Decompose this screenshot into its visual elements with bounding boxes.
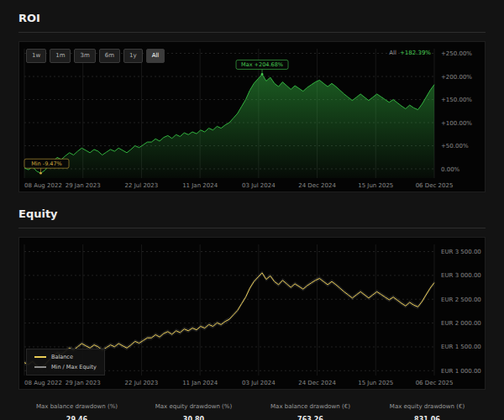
- legend-label-minmax-equity: Min / Max Equity: [51, 364, 97, 370]
- svg-text:06 Dec 2025: 06 Dec 2025: [416, 182, 454, 189]
- svg-text:29 Jan 2023: 29 Jan 2023: [66, 380, 101, 386]
- balance-line-swatch: [34, 356, 46, 358]
- roi-chart[interactable]: 08 Aug 202229 Jan 202322 Jul 202311 Jan …: [19, 42, 485, 192]
- stat-max-balance-drawdown-eur: Max balance drawdown (€) 763.26: [252, 403, 369, 420]
- svg-text:+100.00%: +100.00%: [441, 120, 472, 127]
- roi-section-title: ROI: [18, 8, 486, 33]
- svg-text:0.00%: 0.00%: [441, 166, 460, 173]
- stat-label: Max equity drawdown (€): [369, 403, 486, 410]
- range-button-1w[interactable]: 1w: [26, 49, 46, 63]
- stat-max-balance-drawdown-pct: Max balance drawdown (%) 29.46: [18, 403, 135, 420]
- svg-text:EUR 2 000.00: EUR 2 000.00: [441, 320, 481, 327]
- trading-dashboard: ROI 1w1m3m6m1yAll All+182.39% 08 Aug 202…: [0, 0, 504, 420]
- svg-text:+150.00%: +150.00%: [441, 97, 472, 103]
- svg-text:22 Jul 2023: 22 Jul 2023: [125, 380, 159, 386]
- svg-text:15 Jun 2025: 15 Jun 2025: [358, 182, 393, 189]
- stat-value: 30.80: [135, 416, 252, 420]
- stat-value: 831.06: [369, 416, 486, 420]
- svg-text:Min -9.47%: Min -9.47%: [31, 160, 62, 167]
- svg-text:22 Jul 2023: 22 Jul 2023: [125, 182, 159, 189]
- svg-text:+50.00%: +50.00%: [441, 143, 469, 150]
- range-toolbar: 1w1m3m6m1yAll: [26, 49, 165, 63]
- svg-text:03 Jul 2024: 03 Jul 2024: [242, 380, 276, 386]
- roi-section: ROI 1w1m3m6m1yAll All+182.39% 08 Aug 202…: [18, 8, 486, 192]
- svg-text:EUR 2 500.00: EUR 2 500.00: [441, 297, 481, 303]
- stat-label: Max equity drawdown (%): [135, 403, 252, 410]
- stat-label: Max balance drawdown (%): [18, 403, 135, 410]
- equity-chart-panel: 08 Aug 202229 Jan 202322 Jul 202311 Jan …: [18, 237, 486, 390]
- minmax-equity-swatch: [34, 366, 46, 368]
- range-button-6m[interactable]: 6m: [99, 49, 120, 63]
- svg-text:11 Jan 2024: 11 Jan 2024: [182, 380, 218, 386]
- svg-text:08 Aug 2022: 08 Aug 2022: [24, 380, 62, 386]
- range-button-all[interactable]: All: [146, 49, 165, 63]
- svg-text:03 Jul 2024: 03 Jul 2024: [242, 182, 276, 189]
- drawdown-stats-row: Max balance drawdown (%) 29.46 Max equit…: [18, 403, 486, 420]
- legend-label-balance: Balance: [51, 354, 73, 360]
- roi-summary-value: +182.39%: [400, 50, 431, 56]
- svg-text:24 Dec 2024: 24 Dec 2024: [298, 380, 336, 386]
- stat-value: 763.26: [252, 416, 369, 420]
- svg-text:06 Dec 2025: 06 Dec 2025: [416, 380, 454, 386]
- svg-text:Max +204.68%: Max +204.68%: [241, 61, 283, 68]
- svg-text:11 Jan 2024: 11 Jan 2024: [182, 182, 218, 189]
- equity-legend: Balance Min / Max Equity: [26, 349, 105, 375]
- svg-text:24 Dec 2024: 24 Dec 2024: [298, 182, 336, 189]
- equity-section: Equity 08 Aug 202229 Jan 202322 Jul 2023…: [18, 204, 486, 390]
- svg-text:+250.00%: +250.00%: [441, 50, 472, 57]
- svg-text:+200.00%: +200.00%: [441, 74, 472, 81]
- svg-text:29 Jan 2023: 29 Jan 2023: [66, 182, 101, 189]
- legend-item-minmax-equity: Min / Max Equity: [34, 364, 97, 370]
- svg-text:EUR 3 000.00: EUR 3 000.00: [441, 272, 481, 279]
- stat-label: Max balance drawdown (€): [252, 403, 369, 410]
- roi-summary: All+182.39%: [389, 50, 431, 56]
- stat-max-equity-drawdown-eur: Max equity drawdown (€) 831.06: [369, 403, 486, 420]
- range-button-1m[interactable]: 1m: [50, 49, 71, 63]
- equity-section-title: Equity: [18, 204, 486, 228]
- svg-text:EUR 1 000.00: EUR 1 000.00: [441, 368, 481, 375]
- svg-text:15 Jun 2025: 15 Jun 2025: [358, 380, 393, 386]
- roi-chart-panel: 1w1m3m6m1yAll All+182.39% 08 Aug 202229 …: [18, 41, 486, 192]
- stat-value: 29.46: [18, 416, 135, 420]
- stat-max-equity-drawdown-pct: Max equity drawdown (%) 30.80: [135, 403, 252, 420]
- range-button-1y[interactable]: 1y: [123, 49, 143, 63]
- svg-text:08 Aug 2022: 08 Aug 2022: [24, 182, 62, 189]
- svg-text:EUR 1 500.00: EUR 1 500.00: [441, 344, 481, 350]
- legend-item-balance: Balance: [34, 354, 97, 360]
- roi-summary-range-label: All: [389, 50, 396, 56]
- range-button-3m[interactable]: 3m: [74, 49, 95, 63]
- svg-text:EUR 3 500.00: EUR 3 500.00: [441, 249, 481, 255]
